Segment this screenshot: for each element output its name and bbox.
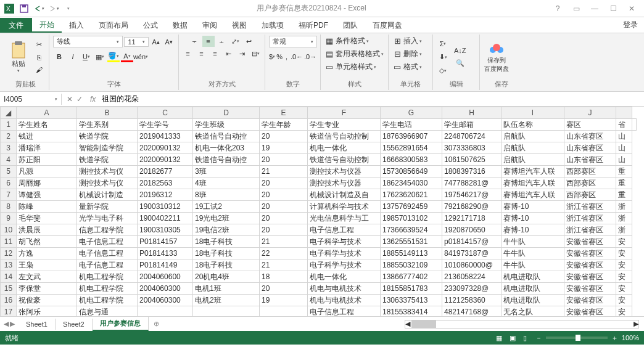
increase-decimal-icon[interactable]: .0←	[291, 51, 303, 62]
page-layout-view-icon[interactable]: ▣	[507, 333, 518, 343]
cell[interactable]: 赛博-10	[502, 224, 564, 236]
cell[interactable]: 赛博-10	[502, 201, 564, 213]
cell[interactable]: 山东省赛区	[564, 154, 616, 166]
sheet-tab-1[interactable]: Sheet1	[19, 319, 56, 330]
cell[interactable]: 铁道信号自动控制	[308, 154, 381, 166]
cell[interactable]: 13866777402	[381, 271, 442, 283]
row-header[interactable]: 2	[1, 131, 17, 142]
maximize-icon[interactable]: ☐	[606, 2, 621, 15]
cell[interactable]: 重	[616, 189, 632, 201]
font-size-combo[interactable]: 11▾	[124, 37, 149, 47]
row-header[interactable]: 11	[1, 236, 17, 248]
increase-font-icon[interactable]: A▴	[150, 36, 162, 47]
cell[interactable]: 山东省赛区	[564, 131, 616, 142]
cell[interactable]: 铁道信号自动控	[193, 154, 260, 166]
close-icon[interactable]: ✕	[624, 2, 639, 15]
format-cells-button[interactable]: ▭格式▾	[392, 62, 422, 72]
cell[interactable]: 安徽省赛区	[564, 271, 616, 283]
cell[interactable]: 21	[260, 166, 308, 178]
decrease-font-icon[interactable]: A▾	[163, 36, 175, 47]
cell[interactable]: 电子信息工程	[77, 236, 138, 248]
col-header[interactable]: J	[564, 107, 616, 119]
cell[interactable]: 胡飞然	[17, 236, 77, 248]
row-header[interactable]: 7	[1, 189, 17, 201]
excel-icon[interactable]: X	[2, 2, 16, 15]
team-tab[interactable]: 团队	[336, 18, 365, 33]
row-header[interactable]: 5	[1, 166, 17, 178]
autosum-icon[interactable]: Σ▾	[437, 38, 449, 49]
file-tab[interactable]: 文件	[0, 18, 32, 33]
cell[interactable]: 20	[260, 213, 308, 224]
insert-cells-button[interactable]: ⊞插入▾	[392, 36, 422, 46]
cell[interactable]: 19857013102	[381, 213, 442, 224]
align-bottom-icon[interactable]: ⫠	[216, 36, 228, 47]
format-painter-icon[interactable]: 🖌	[33, 64, 45, 75]
wrap-text-icon[interactable]: ↩	[243, 36, 255, 47]
cell[interactable]: 20	[260, 201, 308, 213]
cell[interactable]: 安徽省赛区	[564, 295, 616, 306]
col-header[interactable]: A	[17, 107, 77, 119]
col-header[interactable]: C	[138, 107, 193, 119]
cut-icon[interactable]: ✂	[33, 39, 45, 51]
cell[interactable]: 西部赛区	[564, 189, 616, 201]
cell[interactable]: 浙	[616, 201, 632, 213]
cell[interactable]: 1121258360	[442, 295, 502, 306]
cell[interactable]: 浙	[616, 213, 632, 224]
col-header[interactable]: G	[381, 107, 442, 119]
font-color-icon[interactable]: A▾	[121, 51, 133, 62]
cell[interactable]: 安	[616, 236, 632, 248]
cell[interactable]: 18电子科技	[193, 236, 260, 248]
cell[interactable]: 铁道信号自动控	[193, 131, 260, 142]
col-header[interactable]: D	[193, 107, 260, 119]
cell[interactable]: 光电信息科学与工	[308, 213, 381, 224]
currency-icon[interactable]: $▾	[269, 51, 275, 62]
formula-bar[interactable]	[98, 94, 644, 105]
cell[interactable]: 安徽省赛区	[564, 306, 616, 317]
cell[interactable]: 铁道学院	[77, 131, 138, 142]
home-tab[interactable]: 开始	[32, 18, 62, 33]
cell[interactable]: 铁道学院	[77, 154, 138, 166]
cell[interactable]: 1808397316	[442, 166, 502, 178]
cell[interactable]: 1900310305	[138, 224, 193, 236]
cell[interactable]: 浙江省赛区	[564, 213, 616, 224]
cell[interactable]: 安	[616, 271, 632, 283]
cell[interactable]: 2136058224	[442, 271, 502, 283]
cell[interactable]: 3班	[193, 166, 260, 178]
cell[interactable]	[138, 306, 193, 317]
cell[interactable]: 4班	[193, 178, 260, 189]
cell[interactable]: 机电一体化	[308, 142, 381, 154]
cell[interactable]: 20	[260, 178, 308, 189]
cell[interactable]: 20	[260, 131, 308, 142]
cell[interactable]: 机电工程学院	[77, 295, 138, 306]
cell[interactable]: 陈峰	[17, 201, 77, 213]
row-header[interactable]: 6	[1, 178, 17, 189]
cell[interactable]: 西部赛区	[564, 178, 616, 189]
horizontal-scrollbar[interactable]: ◀▶	[405, 320, 639, 329]
bold-button[interactable]: B	[53, 51, 65, 62]
decrease-indent-icon[interactable]: ⇤	[223, 48, 235, 59]
cell[interactable]: 21	[260, 236, 308, 248]
page-break-view-icon[interactable]: ▯	[521, 333, 529, 343]
increase-indent-icon[interactable]: ⇥	[236, 48, 249, 59]
cell[interactable]: 电机2班	[193, 295, 260, 306]
cell[interactable]: 信息与通	[77, 306, 138, 317]
row-header[interactable]: 17	[1, 306, 17, 317]
redo-icon[interactable]: ▾	[47, 2, 60, 15]
data-tab[interactable]: 数据	[165, 18, 195, 33]
zoom-slider[interactable]	[546, 337, 608, 339]
row-header[interactable]: 13	[1, 259, 17, 271]
zoom-in-button[interactable]: ＋	[611, 333, 618, 343]
row-header[interactable]: 16	[1, 295, 17, 306]
cell[interactable]: 17366639524	[381, 224, 442, 236]
minimize-icon[interactable]: —	[587, 2, 602, 15]
cell[interactable]: 张阿乐	[17, 306, 77, 317]
col-header[interactable]: H	[442, 107, 502, 119]
cell[interactable]: 无名之队	[502, 306, 564, 317]
cell[interactable]: 电子科学与技术	[308, 248, 381, 259]
ribbon-options-icon[interactable]: ▭	[569, 2, 584, 15]
normal-view-icon[interactable]: ▦	[493, 333, 505, 343]
cell[interactable]: 电子信息工程	[308, 306, 381, 317]
cell[interactable]: 测控技术与仪器	[308, 178, 381, 189]
cell[interactable]: 机电与电机技术	[308, 283, 381, 295]
cell[interactable]: 1292171718	[442, 213, 502, 224]
